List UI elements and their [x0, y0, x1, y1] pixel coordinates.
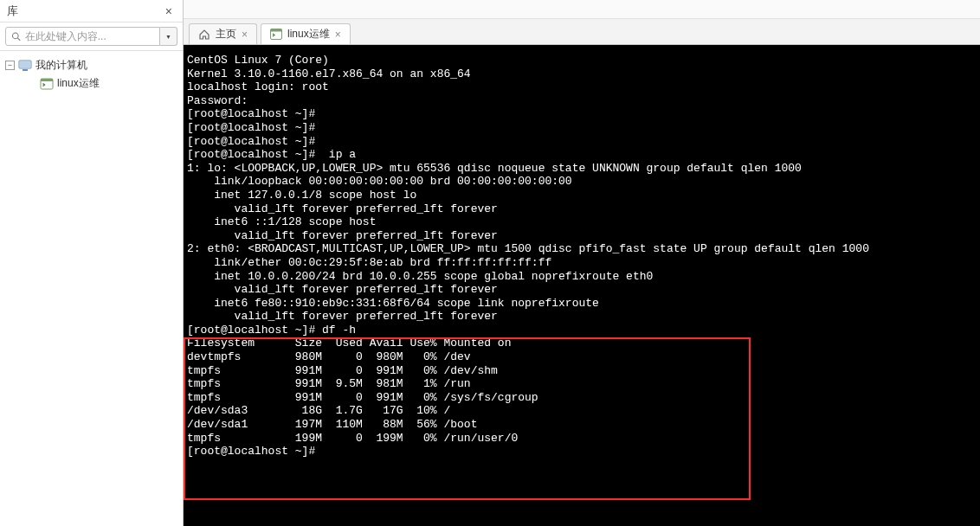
close-icon[interactable]: × [162, 4, 176, 18]
tab-linux[interactable]: linux运维 × [261, 23, 351, 44]
terminal-line: localhost login: root [185, 80, 978, 94]
df-command-line: [root@localhost ~]# df -h [185, 324, 978, 337]
terminal-line: [root@localhost ~]# ip a [185, 148, 978, 162]
tab-linux-close-icon[interactable]: × [335, 29, 341, 41]
search-icon [11, 31, 22, 42]
df-row: tmpfs 991M 0 991M 0% /dev/shm [185, 364, 978, 378]
svg-line-1 [17, 37, 20, 40]
terminal-line: Password: [185, 94, 978, 108]
tree-item-linux[interactable]: linux运维 [3, 74, 179, 93]
search-dropdown-button[interactable]: ▼ [160, 27, 177, 46]
library-tree: − 我的计算机 linux运维 [0, 51, 183, 526]
df-row: tmpfs 991M 0 991M 0% /sys/fs/cgroup [185, 391, 978, 405]
terminal-line: 2: eth0: <BROADCAST,MULTICAST,UP,LOWER_U… [185, 242, 978, 256]
collapse-icon[interactable]: − [5, 61, 15, 70]
prompt-line: [root@localhost ~]# [185, 445, 978, 459]
terminal-line: valid_lft forever preferred_lft forever [185, 229, 978, 243]
terminal-line: [root@localhost ~]# [185, 135, 978, 149]
sidebar-header: 库 × [0, 0, 183, 22]
terminal-line: inet 127.0.0.1/8 scope host lo [185, 189, 978, 202]
terminal-line: 1: lo: <LOOPBACK,UP,LOWER_UP> mtu 65536 … [185, 162, 978, 176]
terminal-line: inet6 ::1/128 scope host [185, 215, 978, 229]
df-row: /dev/sda1 197M 110M 88M 56% /boot [185, 418, 978, 432]
tab-home-label: 主页 [216, 27, 236, 42]
df-header-line: Filesystem Size Used Avail Use% Mounted … [185, 337, 978, 350]
search-input[interactable] [25, 30, 154, 42]
terminal-line: link/loopback 00:00:00:00:00:00 brd 00:0… [185, 175, 978, 189]
terminal-line: valid_lft forever preferred_lft forever [185, 202, 978, 216]
home-icon [198, 29, 210, 41]
computer-icon [18, 60, 32, 72]
svg-rect-6 [41, 79, 53, 81]
terminal-line: link/ether 00:0c:29:5f:8e:ab brd ff:ff:f… [185, 256, 978, 270]
svg-rect-3 [20, 61, 30, 67]
svg-rect-8 [271, 29, 282, 32]
tab-linux-label: linux运维 [287, 27, 330, 42]
sidebar-title: 库 [7, 3, 18, 19]
terminal-line: inet6 fe80::910:eb9c:331:68f6/64 scope l… [185, 297, 978, 311]
tab-home-close-icon[interactable]: × [242, 29, 248, 41]
terminal-output[interactable]: CentOS Linux 7 (Core)Kernel 3.10.0-1160.… [184, 45, 980, 526]
df-row: tmpfs 991M 9.5M 981M 1% /run [185, 377, 978, 391]
main-area: 主页 × linux运维 × CentOS Linux 7 (Core)Kern… [184, 0, 980, 526]
search-box[interactable] [5, 27, 160, 46]
search-row: ▼ [0, 22, 183, 51]
library-sidebar: 库 × ▼ − 我的计算机 li [0, 0, 184, 526]
terminal-line: [root@localhost ~]# [185, 107, 978, 121]
terminal-line: valid_lft forever preferred_lft forever [185, 310, 978, 324]
tab-bar: 主页 × linux运维 × [184, 19, 980, 45]
df-row: /dev/sda3 18G 1.7G 17G 10% / [185, 404, 978, 418]
terminal-line: inet 10.0.0.200/24 brd 10.0.0.255 scope … [185, 270, 978, 284]
toolbar-strip [184, 0, 980, 19]
df-row: devtmpfs 980M 0 980M 0% /dev [185, 350, 978, 364]
terminal-line: Kernel 3.10.0-1160.el7.x86_64 on an x86_… [185, 67, 978, 81]
terminal-tab-icon [270, 29, 282, 40]
svg-point-0 [12, 33, 18, 39]
tree-root-my-computer[interactable]: − 我的计算机 [3, 56, 179, 74]
tab-home[interactable]: 主页 × [189, 23, 257, 44]
svg-rect-4 [23, 69, 28, 71]
tree-root-label: 我的计算机 [35, 58, 87, 73]
tree-item-label: linux运维 [57, 76, 100, 91]
terminal-line: CentOS Linux 7 (Core) [185, 54, 978, 67]
df-row: tmpfs 199M 0 199M 0% /run/user/0 [185, 432, 978, 446]
terminal-line: valid_lft forever preferred_lft forever [185, 283, 978, 297]
terminal-line: [root@localhost ~]# [185, 121, 978, 135]
terminal-item-icon [40, 78, 54, 90]
